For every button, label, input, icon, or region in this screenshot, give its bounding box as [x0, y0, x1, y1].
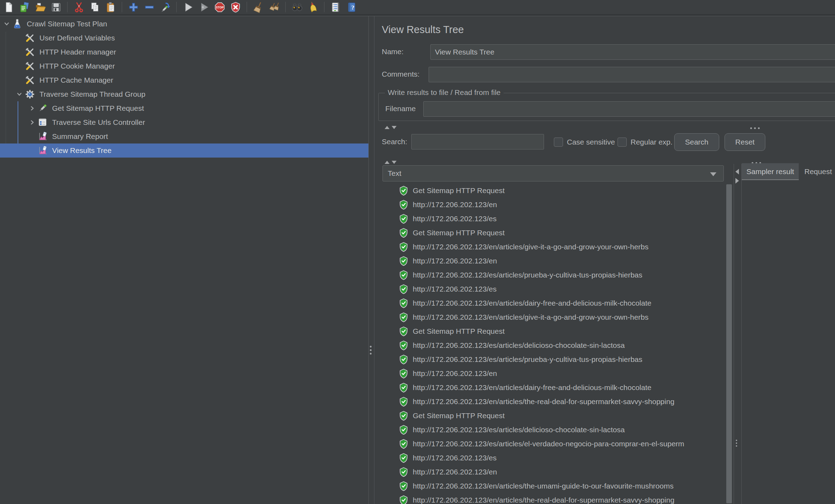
search-input[interactable]	[411, 134, 544, 149]
stop-icon: STOP	[214, 1, 226, 13]
result-row[interactable]: Get Sitemap HTTP Request	[374, 324, 726, 338]
toolbar-button-clear-all[interactable]	[268, 1, 280, 13]
toolbar-separator	[324, 2, 324, 12]
shield-check-icon	[398, 481, 409, 491]
tab-request[interactable]: Request	[799, 163, 835, 180]
comments-input[interactable]	[429, 67, 835, 82]
chevron-down-icon[interactable]	[15, 90, 24, 99]
splitter-grip-icon[interactable]	[749, 125, 761, 131]
toolbar-button-collapse-all[interactable]	[143, 1, 156, 13]
collapse-toggle-icons[interactable]	[385, 159, 397, 165]
result-row[interactable]: http://172.206.202.123/en/articles/give-…	[374, 240, 726, 254]
result-row[interactable]: http://172.206.202.123/en/articles/the-r…	[374, 493, 726, 504]
regular-exp-checkbox[interactable]	[618, 138, 627, 147]
toolbar-button-start[interactable]	[182, 1, 194, 13]
result-row[interactable]: http://172.206.202.123/en	[374, 198, 726, 212]
toolbar-button-copy[interactable]	[88, 1, 101, 13]
search-button[interactable]: Search	[674, 133, 719, 151]
result-label: Get Sitemap HTTP Request	[413, 412, 505, 420]
result-row[interactable]: http://172.206.202.123/en	[374, 366, 726, 381]
tree-item-traverse-site-urls-controller[interactable]: Traverse Site Urls Controller	[0, 115, 368, 129]
toolbar-button-paste[interactable]	[104, 1, 117, 13]
tree-item-crawl-sitemap-test-plan[interactable]: Crawl Sitemap Test Plan	[0, 17, 368, 31]
case-sensitive-checkbox[interactable]	[554, 138, 563, 147]
detail-splitter-line[interactable]	[734, 164, 734, 504]
tree-item-traverse-sitemap-thread-group[interactable]: Traverse Sitemap Thread Group	[0, 87, 368, 101]
tree-item-user-defined-variables[interactable]: User Defined Variables	[0, 31, 368, 45]
result-row[interactable]: http://172.206.202.123/es/articles/delic…	[374, 338, 726, 352]
reset-button[interactable]: Reset	[725, 133, 765, 151]
tree-splitter-handle[interactable]	[370, 344, 372, 356]
chevron-right-icon[interactable]	[27, 104, 37, 113]
tree-item-http-cache-manager[interactable]: HTTP Cache Manager	[0, 73, 368, 87]
result-row[interactable]: http://172.206.202.123/en/articles/dairy…	[374, 296, 726, 310]
toolbar-button-search[interactable]	[291, 1, 303, 13]
result-row[interactable]: http://172.206.202.123/es/articles/el-ve…	[374, 437, 726, 451]
regular-exp-label: Regular exp.	[631, 138, 672, 146]
shield-check-icon	[398, 425, 409, 435]
shield-check-icon	[398, 410, 409, 421]
filename-input[interactable]	[423, 101, 835, 117]
detail-splitter-handle[interactable]	[736, 438, 737, 448]
result-row[interactable]: http://172.206.202.123/en/articles/dairy…	[374, 381, 726, 395]
view-results-tree-panel: View Results Tree Name: Comments: Write …	[374, 16, 835, 504]
toolbar-button-start-no-pauses[interactable]	[197, 1, 210, 13]
name-input[interactable]	[430, 44, 835, 60]
toolbar-button-help[interactable]: ?	[345, 1, 358, 13]
result-row[interactable]: http://172.206.202.123/es/articles/prueb…	[374, 352, 726, 366]
toolbar-button-search-reset[interactable]	[306, 1, 319, 13]
paste-icon	[105, 1, 116, 13]
result-row[interactable]: http://172.206.202.123/es	[374, 282, 726, 296]
collapse-toggle-icons[interactable]	[385, 124, 397, 130]
start-no-pauses-icon	[198, 1, 210, 13]
clear-icon	[253, 1, 264, 13]
result-row[interactable]: Get Sitemap HTTP Request	[374, 184, 726, 198]
toolbar-separator	[122, 2, 122, 12]
tab-sampler-result[interactable]: Sampler result	[742, 163, 799, 180]
shield-check-icon	[398, 396, 409, 407]
toolbar-button-function-helper[interactable]	[329, 1, 342, 13]
toolbar-button-templates[interactable]	[18, 1, 31, 13]
toolbar-button-toggle[interactable]	[159, 1, 171, 13]
detail-splitter-line[interactable]	[741, 164, 742, 504]
splitter-collapse-left-icon[interactable]	[735, 169, 739, 174]
result-row[interactable]: http://172.206.202.123/en	[374, 465, 726, 479]
tree-item-label: User Defined Variables	[39, 34, 115, 42]
results-scrollbar[interactable]	[726, 184, 732, 503]
result-row[interactable]: Get Sitemap HTTP Request	[374, 226, 726, 240]
toolbar-button-expand-all[interactable]	[127, 1, 140, 13]
result-row[interactable]: http://172.206.202.123/en/articles/the-r…	[374, 395, 726, 409]
result-row[interactable]: http://172.206.202.123/es	[374, 451, 726, 465]
chevron-right-icon[interactable]	[27, 118, 37, 127]
test-plan-icon	[12, 19, 23, 29]
result-row[interactable]: http://172.206.202.123/en	[374, 254, 726, 268]
toolbar-button-stop[interactable]: STOP	[213, 1, 226, 13]
tree-item-http-cookie-manager[interactable]: HTTP Cookie Manager	[0, 59, 368, 73]
toolbar-button-clear[interactable]	[252, 1, 265, 13]
display-format-select[interactable]: Text	[382, 165, 724, 181]
result-row[interactable]: http://172.206.202.123/es/articles/prueb…	[374, 268, 726, 282]
splitter-collapse-right-icon[interactable]	[735, 178, 739, 184]
toolbar-button-open-file[interactable]	[34, 1, 46, 13]
tree-item-summary-report[interactable]: Summary Report	[0, 129, 368, 143]
result-row[interactable]: http://172.206.202.123/en/articles/the-u…	[374, 479, 726, 493]
toolbar-button-save[interactable]	[50, 1, 62, 13]
toolbar-button-shutdown[interactable]	[229, 1, 242, 13]
chevron-down-icon[interactable]	[2, 19, 11, 28]
tree-splitter-line[interactable]	[368, 16, 369, 504]
result-row[interactable]: http://172.206.202.123/es	[374, 212, 726, 226]
display-format-value: Text	[388, 169, 401, 178]
page-title: View Results Tree	[382, 24, 464, 36]
result-row[interactable]: Get Sitemap HTTP Request	[374, 409, 726, 423]
result-row[interactable]: http://172.206.202.123/en/articles/give-…	[374, 310, 726, 324]
tree-item-label: Summary Report	[52, 132, 108, 141]
tree-item-get-sitemap-http-request[interactable]: Get Sitemap HTTP Request	[0, 101, 368, 115]
toolbar-button-cut[interactable]	[72, 1, 85, 13]
test-plan-tree: Crawl Sitemap Test PlanUser Defined Vari…	[0, 16, 368, 504]
result-row[interactable]: http://172.206.202.123/es/articles/delic…	[374, 423, 726, 437]
tree-item-http-header-manager[interactable]: HTTP Header manager	[0, 45, 368, 59]
tree-item-view-results-tree[interactable]: View Results Tree	[0, 143, 368, 158]
tree-item-label: HTTP Header manager	[39, 48, 116, 56]
toolbar-button-new-file[interactable]	[2, 1, 15, 13]
search-reset-icon	[307, 1, 319, 13]
